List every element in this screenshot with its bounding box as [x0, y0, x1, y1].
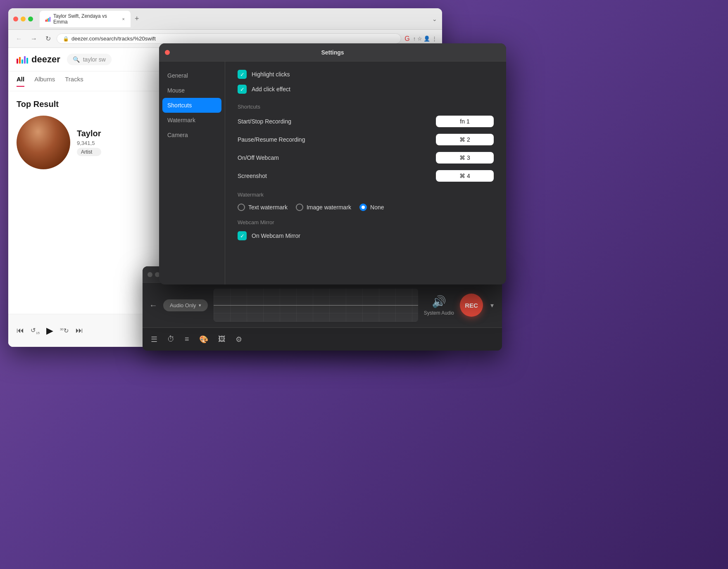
address-bar[interactable]: 🔒 deezer.com/search/tracks/%20swift	[57, 33, 401, 44]
artist-avatar	[17, 116, 70, 169]
watermark-section: Watermark Text watermark Image watermark…	[238, 192, 494, 211]
maximize-traffic-light[interactable]	[28, 17, 33, 21]
webcam-mirror-label: On Webcam Mirror	[252, 232, 300, 239]
webcam-mirror-checkbox[interactable]: ✓	[238, 231, 247, 240]
system-audio-control: 🔊 System Audio	[424, 295, 454, 316]
screenshot-key[interactable]: ⌘ 4	[436, 170, 494, 182]
webcam-mirror-section: Webcam Mirror ✓ On Webcam Mirror	[238, 219, 494, 240]
back-button[interactable]: ←	[13, 33, 25, 44]
search-text: taylor sw	[83, 56, 106, 63]
refresh-button[interactable]: ↻	[43, 33, 53, 44]
rewind-button[interactable]: ↺15	[31, 327, 40, 335]
settings-toolbar-icon[interactable]: ⚙	[236, 335, 242, 344]
settings-nav-watermark[interactable]: Watermark	[159, 113, 225, 128]
recorder-close[interactable]	[148, 272, 152, 277]
nav-all[interactable]: All	[17, 76, 24, 87]
rec-button[interactable]: REC	[460, 294, 483, 317]
image-watermark-radio[interactable]	[296, 204, 303, 211]
none-watermark-radio[interactable]	[359, 204, 367, 211]
start-stop-row: Start/Stop Recording fn 1	[238, 116, 494, 127]
svg-rect-3	[50, 17, 50, 21]
settings-sidebar: General Mouse Shortcuts Watermark Camera	[159, 62, 225, 284]
list-icon[interactable]: ☰	[151, 335, 157, 344]
add-click-effect-checkbox[interactable]: ✓	[238, 85, 247, 94]
shortcuts-section: Shortcuts Start/Stop Recording fn 1 Paus…	[238, 104, 494, 182]
artist-badge: Artist	[77, 148, 101, 156]
minimize-traffic-light[interactable]	[21, 17, 26, 21]
settings-traffic-lights	[165, 50, 185, 55]
highlight-clicks-checkbox[interactable]: ✓	[238, 70, 247, 79]
rec-dropdown-button[interactable]: ▾	[489, 300, 495, 311]
webcam-mirror-row: ✓ On Webcam Mirror	[238, 231, 494, 240]
image-watermark-option[interactable]: Image watermark	[296, 204, 351, 211]
pause-resume-row: Pause/Resume Recording ⌘ 2	[238, 134, 494, 145]
palette-icon[interactable]: 🎨	[199, 335, 208, 344]
recorder-toolbar: ☰ ⏱ ≡ 🎨 🖼 ⚙	[143, 327, 502, 351]
dropdown-arrow-icon: ▾	[199, 303, 201, 308]
deezer-search[interactable]: 🔍 taylor sw	[67, 54, 112, 65]
artist-info: Taylor 9,341,5 Artist	[77, 129, 101, 156]
clock-icon[interactable]: ⏱	[167, 335, 175, 344]
settings-nav-mouse[interactable]: Mouse	[159, 83, 225, 98]
system-audio-label: System Audio	[424, 310, 454, 316]
webcam-mirror-title: Webcam Mirror	[238, 219, 494, 225]
svg-rect-2	[48, 18, 49, 21]
back-button-recorder[interactable]: ←	[149, 301, 157, 310]
forward-button[interactable]: →	[28, 33, 40, 44]
highlight-clicks-row: ✓ Highlight clicks	[238, 70, 494, 79]
bar-3	[21, 59, 23, 64]
mode-label: Audio Only	[170, 302, 196, 308]
close-traffic-light[interactable]	[13, 17, 18, 21]
artist-followers: 9,341,5	[77, 140, 101, 146]
image-watermark-label: Image watermark	[307, 204, 351, 211]
watermark-options: Text watermark Image watermark None	[238, 204, 494, 211]
settings-content: ✓ Highlight clicks ✓ Add click effect Sh…	[225, 62, 506, 284]
webcam-row: On/Off Webcam ⌘ 3	[238, 152, 494, 164]
artist-name: Taylor	[77, 129, 101, 138]
text-watermark-option[interactable]: Text watermark	[238, 204, 288, 211]
settings-body: General Mouse Shortcuts Watermark Camera…	[159, 62, 506, 284]
deezer-bars	[17, 55, 28, 64]
nav-tracks[interactable]: Tracks	[65, 76, 83, 87]
bar-1	[17, 59, 18, 64]
settings-nav-general[interactable]: General	[159, 68, 225, 83]
audio-tracks-icon[interactable]: ≡	[185, 335, 189, 344]
settings-nav-shortcuts[interactable]: Shortcuts	[162, 98, 221, 113]
screenshot-label: Screenshot	[238, 173, 436, 179]
play-button[interactable]: ▶	[46, 325, 53, 336]
pause-resume-key[interactable]: ⌘ 2	[436, 134, 494, 145]
prev-button[interactable]: ⏮	[17, 326, 24, 335]
add-click-effect-row: ✓ Add click effect	[238, 85, 494, 94]
add-click-effect-label: Add click effect	[252, 86, 290, 92]
webcam-label: On/Off Webcam	[238, 154, 436, 161]
search-icon: 🔍	[73, 56, 80, 63]
settings-nav-camera[interactable]: Camera	[159, 128, 225, 142]
tabs-dropdown[interactable]: ⌄	[432, 16, 437, 22]
tab-close-button[interactable]: ×	[122, 17, 125, 21]
waveform-line	[214, 305, 418, 306]
lock-icon: 🔒	[63, 36, 69, 42]
recorder-body: ← Audio Only ▾ 🔊 System Audio REC ▾	[143, 283, 502, 327]
mode-dropdown[interactable]: Audio Only ▾	[163, 299, 208, 311]
click-settings-section: ✓ Highlight clicks ✓ Add click effect	[238, 70, 494, 94]
settings-close-button[interactable]	[165, 50, 170, 55]
traffic-lights	[13, 17, 33, 21]
nav-albums[interactable]: Albums	[34, 76, 55, 87]
none-watermark-option[interactable]: None	[359, 204, 384, 211]
deezer-logo-text: deezer	[31, 54, 60, 65]
image-icon[interactable]: 🖼	[218, 335, 226, 344]
text-watermark-radio[interactable]	[238, 204, 245, 211]
start-stop-label: Start/Stop Recording	[238, 118, 436, 125]
avatar-face	[17, 116, 70, 169]
deezer-favicon	[45, 16, 51, 22]
browser-titlebar: Taylor Swift, Zendaya vs Emma × + ⌄	[8, 8, 442, 30]
new-tab-button[interactable]: +	[132, 14, 142, 23]
next-button[interactable]: ⏭	[76, 326, 83, 335]
webcam-key[interactable]: ⌘ 3	[436, 152, 494, 164]
forward-button-player[interactable]: 30↻	[60, 327, 69, 334]
start-stop-key[interactable]: fn 1	[436, 116, 494, 127]
waveform-area	[214, 289, 418, 322]
browser-tabs: Taylor Swift, Zendaya vs Emma × +	[40, 11, 429, 27]
svg-rect-1	[47, 19, 48, 21]
browser-tab[interactable]: Taylor Swift, Zendaya vs Emma ×	[40, 11, 131, 27]
